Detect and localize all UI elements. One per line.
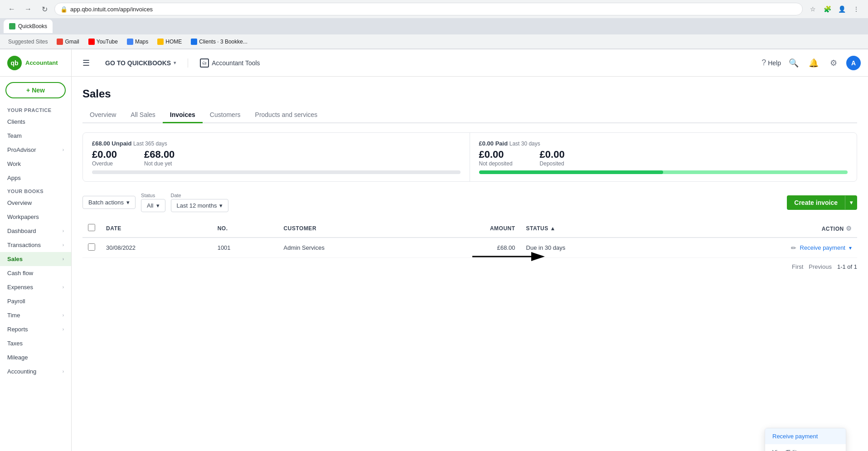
create-invoice-dropdown-arrow[interactable]: ▾ bbox=[845, 196, 857, 209]
sidebar-item-team[interactable]: Team bbox=[0, 129, 71, 143]
tab-overview[interactable]: Overview bbox=[82, 107, 123, 123]
briefcase-icon: 🗂 bbox=[200, 58, 209, 68]
chevron-down-icon: ▾ bbox=[156, 202, 160, 209]
tab-products-services[interactable]: Products and services bbox=[248, 107, 325, 123]
sidebar-item-time[interactable]: Time › bbox=[0, 308, 71, 322]
accountant-tools-label: Accountant Tools bbox=[212, 59, 260, 67]
sidebar-item-mileage[interactable]: Mileage bbox=[0, 350, 71, 364]
previous-page-button[interactable]: Previous bbox=[809, 263, 832, 270]
sidebar-item-cashflow[interactable]: Cash flow bbox=[0, 266, 71, 280]
sidebar-label-cashflow: Cash flow bbox=[7, 270, 33, 276]
paid-summary-card: £0.00 Paid Last 30 days £0.00 Not deposi… bbox=[470, 133, 857, 181]
deposited-amount: £0.00 bbox=[540, 149, 565, 160]
row-date: 30/08/2022 bbox=[101, 238, 212, 258]
sidebar-label-accounting: Accounting bbox=[7, 368, 36, 375]
more-icon[interactable]: ⋮ bbox=[850, 3, 863, 15]
home-favicon bbox=[157, 39, 164, 45]
profile-icon[interactable]: 👤 bbox=[835, 3, 848, 15]
sidebar-item-apps[interactable]: Apps bbox=[0, 171, 71, 185]
status-dropdown[interactable]: All ▾ bbox=[141, 199, 165, 212]
bookmark-gmail[interactable]: Gmail bbox=[54, 38, 82, 46]
tab-customers[interactable]: Customers bbox=[203, 107, 248, 123]
bookmark-youtube[interactable]: YouTube bbox=[86, 38, 121, 46]
extensions-icon[interactable]: 🧩 bbox=[821, 3, 834, 15]
bookmark-clients[interactable]: Clients · 3 Bookke... bbox=[188, 38, 250, 46]
back-button[interactable]: ← bbox=[5, 3, 18, 15]
receive-payment-button[interactable]: Receive payment bbox=[800, 244, 845, 251]
sidebar-logo: qb Accountant bbox=[0, 49, 71, 77]
notifications-button[interactable]: 🔔 bbox=[806, 56, 821, 70]
table-row: 30/08/2022 1001 Admin Services £68.00 Du… bbox=[82, 238, 857, 258]
edit-pencil-button[interactable]: ✏ bbox=[791, 244, 796, 252]
sidebar-item-workpapers[interactable]: Workpapers bbox=[0, 210, 71, 224]
action-column-header: ACTION ⚙ bbox=[659, 219, 857, 238]
tab-all-sales[interactable]: All Sales bbox=[123, 107, 162, 123]
bookmark-suggested-sites[interactable]: Suggested Sites bbox=[5, 38, 50, 46]
action-dropdown-chevron[interactable]: ▾ bbox=[849, 245, 852, 251]
chevron-right-icon: › bbox=[63, 369, 64, 374]
user-avatar[interactable]: A bbox=[846, 56, 861, 70]
help-button[interactable]: ? Help bbox=[761, 58, 781, 68]
date-column-header: DATE bbox=[101, 219, 212, 238]
customer-column-header: CUSTOMER bbox=[278, 219, 421, 238]
sidebar-item-sales[interactable]: Sales › bbox=[0, 252, 71, 266]
new-button[interactable]: + New bbox=[5, 82, 66, 98]
bookmark-home-label: HOME bbox=[165, 39, 182, 45]
row-checkbox[interactable] bbox=[88, 243, 95, 251]
sidebar-item-proadvisor[interactable]: ProAdvisor › bbox=[0, 143, 71, 157]
sidebar-item-reports[interactable]: Reports › bbox=[0, 322, 71, 336]
table-body: 30/08/2022 1001 Admin Services £68.00 Du… bbox=[82, 238, 857, 258]
active-tab[interactable]: QuickBooks bbox=[4, 19, 53, 33]
amount-column-header: AMOUNT bbox=[421, 219, 521, 238]
practice-section-label: YOUR PRACTICE bbox=[0, 104, 71, 115]
bookmark-home[interactable]: HOME bbox=[155, 38, 184, 46]
sidebar: qb Accountant + New YOUR PRACTICE Client… bbox=[0, 49, 72, 451]
sidebar-item-payroll[interactable]: Payroll bbox=[0, 294, 71, 308]
sidebar-item-accounting[interactable]: Accounting › bbox=[0, 364, 71, 378]
goto-quickbooks-button[interactable]: GO TO QUICKBOOKS ▾ bbox=[101, 57, 180, 69]
table-header: DATE NO. CUSTOMER AMOUNT STATUS ▲ ACTION… bbox=[82, 219, 857, 238]
reload-button[interactable]: ↻ bbox=[38, 3, 51, 15]
settings-button[interactable]: ⚙ bbox=[826, 56, 841, 70]
search-button[interactable]: 🔍 bbox=[786, 56, 801, 70]
chevron-right-icon: › bbox=[63, 327, 64, 332]
sidebar-item-transactions[interactable]: Transactions › bbox=[0, 238, 71, 252]
bookmark-icon[interactable]: ☆ bbox=[806, 3, 819, 15]
sidebar-item-overview[interactable]: Overview bbox=[0, 196, 71, 210]
sidebar-label-mileage: Mileage bbox=[7, 354, 28, 361]
pagination-row: First Previous 1-1 of 1 bbox=[82, 258, 857, 276]
nav-actions: ? Help 🔍 🔔 ⚙ A bbox=[761, 56, 861, 70]
action-gear-icon[interactable]: ⚙ bbox=[846, 225, 852, 232]
arrow-annotation bbox=[472, 247, 545, 266]
sidebar-item-dashboard[interactable]: Dashboard › bbox=[0, 224, 71, 238]
sidebar-item-clients[interactable]: Clients bbox=[0, 115, 71, 129]
sidebar-section-books: YOUR BOOKS Overview Workpapers Dashboard… bbox=[0, 185, 71, 378]
not-deposited-group: £0.00 Not deposited bbox=[479, 149, 513, 167]
browser-chrome: ← → ↻ 🔒 app.qbo.intuit.com/app/invoices … bbox=[0, 0, 868, 49]
unpaid-amounts: £0.00 Overdue £68.00 Not due yet bbox=[92, 149, 461, 167]
books-section-label: YOUR BOOKS bbox=[0, 185, 71, 196]
forward-button[interactable]: → bbox=[22, 3, 34, 15]
sidebar-item-taxes[interactable]: Taxes bbox=[0, 336, 71, 350]
bookmark-maps[interactable]: Maps bbox=[124, 38, 151, 46]
date-dropdown[interactable]: Last 12 months ▾ bbox=[171, 199, 229, 212]
hamburger-button[interactable]: ☰ bbox=[79, 56, 93, 70]
dropdown-view-edit[interactable]: View/Edit bbox=[765, 444, 846, 451]
date-filter-group: Date Last 12 months ▾ bbox=[171, 193, 229, 212]
first-page-button[interactable]: First bbox=[792, 263, 803, 270]
chevron-down-icon: ▾ bbox=[219, 202, 223, 209]
create-invoice-button[interactable]: Create invoice ▾ bbox=[787, 195, 857, 210]
sidebar-label-expenses: Expenses bbox=[7, 284, 33, 291]
select-all-checkbox[interactable] bbox=[88, 224, 95, 231]
sidebar-item-expenses[interactable]: Expenses › bbox=[0, 280, 71, 294]
unpaid-label: £68.00 Unpaid Last 365 days bbox=[92, 140, 461, 147]
bookmark-gmail-label: Gmail bbox=[65, 39, 79, 45]
tab-invoices[interactable]: Invoices bbox=[163, 107, 203, 123]
batch-actions-dropdown[interactable]: Batch actions ▾ bbox=[82, 196, 136, 209]
accountant-tools-button[interactable]: 🗂 Accountant Tools bbox=[195, 56, 264, 70]
paid-label: £0.00 Paid Last 30 days bbox=[479, 140, 848, 147]
sidebar-item-work[interactable]: Work bbox=[0, 157, 71, 171]
dropdown-receive-payment[interactable]: Receive payment bbox=[765, 428, 846, 444]
action-dropdown-menu: Receive payment View/Edit Duplicate Send… bbox=[765, 428, 846, 451]
address-bar[interactable]: 🔒 app.qbo.intuit.com/app/invoices bbox=[54, 3, 803, 15]
